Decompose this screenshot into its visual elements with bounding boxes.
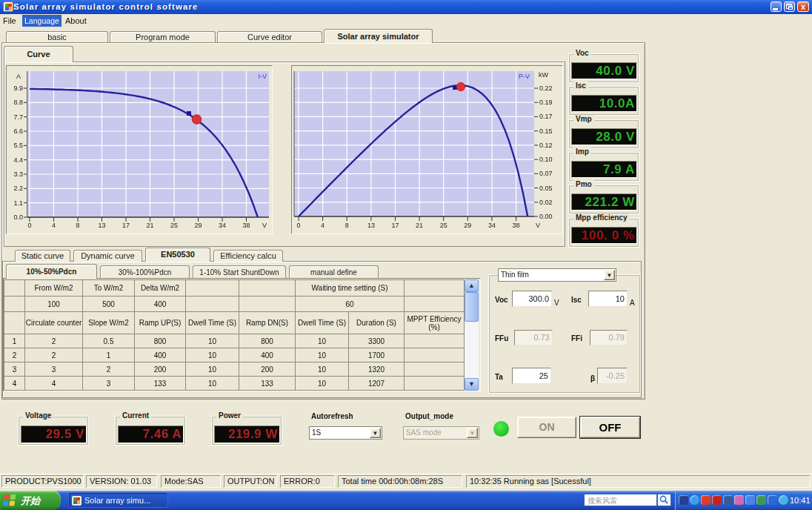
svg-text:17: 17 [122,222,130,229]
svg-text:8: 8 [76,222,79,229]
svg-text:29: 29 [464,222,471,229]
svg-text:0.10: 0.10 [539,156,553,163]
svg-text:13: 13 [98,222,105,229]
svg-text:0.02: 0.02 [539,199,553,206]
svg-text:13: 13 [367,222,375,229]
svg-text:2.2: 2.2 [13,185,23,192]
svg-text:25: 25 [170,222,178,229]
svg-text:4.4: 4.4 [13,156,23,164]
svg-text:V: V [262,222,267,229]
svg-text:5.5: 5.5 [13,142,23,149]
svg-text:38: 38 [513,222,520,229]
svg-text:0: 0 [296,222,300,229]
svg-text:kW: kW [539,71,549,79]
svg-text:A: A [16,73,21,80]
svg-text:17: 17 [391,222,399,229]
svg-text:34: 34 [488,222,496,229]
svg-text:7.7: 7.7 [13,113,23,121]
svg-text:V: V [536,222,540,229]
svg-text:0.22: 0.22 [539,85,553,92]
svg-text:34: 34 [219,222,226,229]
svg-text:4: 4 [321,222,325,229]
svg-text:0.00: 0.00 [539,213,553,220]
svg-text:0.0: 0.0 [13,213,23,221]
svg-text:0.15: 0.15 [539,128,553,135]
svg-text:0.12: 0.12 [539,142,553,149]
svg-text:I-V: I-V [258,73,267,80]
svg-text:21: 21 [146,222,153,229]
svg-text:1.1: 1.1 [13,199,23,207]
svg-text:8: 8 [345,222,349,229]
svg-text:0: 0 [27,222,31,229]
svg-text:29: 29 [194,222,202,229]
svg-text:0.19: 0.19 [539,99,553,106]
svg-text:9.9: 9.9 [13,85,23,92]
svg-text:P-V: P-V [519,73,530,80]
svg-text:开始: 开始 [20,495,41,506]
svg-text:6.6: 6.6 [13,128,23,135]
svg-text:0.05: 0.05 [539,185,553,192]
svg-text:38: 38 [242,222,250,229]
svg-text:21: 21 [416,222,423,229]
svg-text:4: 4 [52,222,56,229]
svg-text:8.8: 8.8 [13,99,23,106]
svg-text:0.07: 0.07 [539,170,553,177]
svg-text:0.17: 0.17 [539,113,553,120]
svg-text:25: 25 [440,222,447,229]
svg-text:3.3: 3.3 [13,170,23,178]
